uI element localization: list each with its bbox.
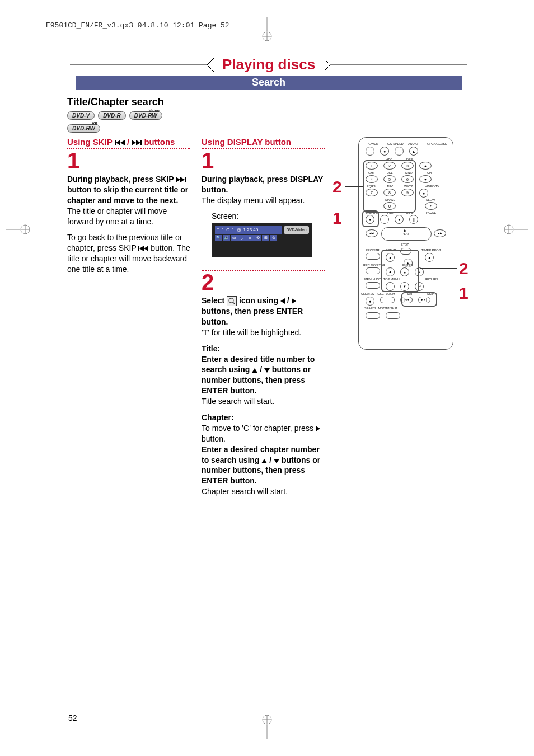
rec-speed-button: ● <box>380 147 389 156</box>
slow-button: ▸ <box>425 202 437 210</box>
callout-line <box>420 268 457 269</box>
badge-dvd-r: DVD-R <box>98 111 126 120</box>
mid-title-block: Title: Enter a desired title number to s… <box>202 344 325 407</box>
svg-point-19 <box>229 298 233 303</box>
rec-otr-button <box>366 253 380 260</box>
dotted-rule <box>67 148 190 149</box>
badge-dvd-v: DVD-V <box>67 111 95 120</box>
step-1-mid: 1 <box>202 151 325 171</box>
callout-1-right: 1 <box>459 284 469 303</box>
title-banner: Playing discs <box>67 56 470 73</box>
vcr-button <box>380 215 389 224</box>
clear-button: ● <box>366 297 374 306</box>
step-2-mid: 2 <box>202 272 325 292</box>
pause-button: || <box>409 215 418 224</box>
screen-label: Screen: <box>212 212 325 220</box>
crop-mark-left <box>6 224 31 235</box>
step-1-left: 1 <box>67 151 190 171</box>
callout-line <box>345 218 362 218</box>
magnify-icon <box>227 296 237 306</box>
remote-illustration: POWER REC SPEED AUDIO OPEN/CLOSE ●▲ ABC … <box>358 137 453 350</box>
file-header: E9501CD_EN/FR_v3.qx3 04.8.10 12:01 Page … <box>46 21 229 30</box>
crop-mark-top <box>261 17 273 42</box>
cm-skip-button <box>386 312 400 319</box>
crop-mark-bottom <box>261 714 273 739</box>
callout-2-left: 2 <box>332 177 342 196</box>
callout-2-right: 2 <box>459 259 469 278</box>
section-title: Title/Chapter search <box>67 96 470 108</box>
disc-badges-2: DVD-RWVR <box>67 124 470 133</box>
sub-banner: Search <box>76 76 462 90</box>
rew-button: ◂◂ <box>366 229 378 237</box>
crop-mark-right <box>503 224 528 235</box>
mid-heading: Using DISPLAY button <box>202 137 325 147</box>
banner-left-rule <box>70 57 216 73</box>
mid-para-2: Select icon using / buttons, then press … <box>202 295 325 338</box>
highlight-number-pad <box>363 160 416 213</box>
main-title: Playing discs <box>216 56 322 73</box>
power-button <box>366 147 374 156</box>
audio-button <box>395 147 404 156</box>
zoom-button <box>380 297 395 303</box>
clock-icon <box>237 228 241 232</box>
osd-screenshot: T1 C1 1:23:45 DVD-Video 🔍🔊▭♪≡⟲⊞⊙ <box>212 223 312 257</box>
ffw-button: ▸▸ <box>434 229 446 237</box>
svg-line-20 <box>233 302 235 304</box>
mid-para-1: During playback, press DISPLAY button. T… <box>202 174 325 206</box>
column-right: POWER REC SPEED AUDIO OPEN/CLOSE ●▲ ABC … <box>336 137 470 503</box>
highlight-skip <box>401 292 437 307</box>
ch-down-button: ▼ <box>419 175 432 183</box>
rec-monitor-button <box>366 267 380 274</box>
highlight-nav-enter <box>381 250 419 292</box>
callout-line <box>345 186 363 187</box>
dvd-button: ● <box>395 215 404 224</box>
highlight-display <box>362 210 379 227</box>
callout-1-left: 1 <box>332 209 342 228</box>
left-para-2: To go back to the previous title or chap… <box>67 232 190 275</box>
page-number: 52 <box>68 713 77 722</box>
osd-disc-type: DVD-Video <box>284 226 309 234</box>
search-mode-button <box>366 312 380 319</box>
dotted-rule <box>202 148 325 149</box>
banner-right-rule <box>322 57 467 73</box>
badge-dvd-rw-video: DVD-RWVideo <box>129 111 162 120</box>
callout-line <box>437 293 457 293</box>
osd-icon-row: 🔍🔊▭♪≡⟲⊞⊙ <box>215 235 277 241</box>
open-close-button: ▲ <box>409 147 418 156</box>
dotted-rule <box>202 270 325 271</box>
badge-dvd-rw-vr: DVD-RWVR <box>67 124 100 133</box>
left-para-1: During playback, press SKIP button to sk… <box>67 174 190 227</box>
column-middle: Using DISPLAY button 1 During playback, … <box>202 137 325 503</box>
column-left: Using SKIP / buttons 1 During playback, … <box>67 137 190 503</box>
left-heading: Using SKIP / buttons <box>67 137 190 147</box>
mid-chapter-block: Chapter: To move to 'C' for chapter, pre… <box>202 412 325 497</box>
ch-up-button: ▲ <box>419 162 432 170</box>
menu-list-button <box>366 282 380 289</box>
disc-badges: DVD-V DVD-R DVD-RWVideo <box>67 111 470 120</box>
play-button: ▶PLAY <box>381 227 432 241</box>
video-tv-button: ● <box>419 189 428 198</box>
timer-prog-button: ● <box>425 253 434 262</box>
